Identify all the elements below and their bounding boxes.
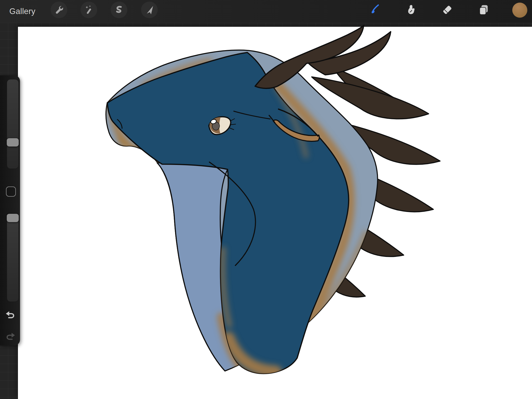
adjustments-button[interactable] [81,2,97,18]
drawing-canvas[interactable] [18,27,532,399]
gallery-button[interactable]: Gallery [9,0,35,23]
modify-button[interactable] [6,187,16,197]
layers-icon [478,4,490,16]
finger-icon [404,4,416,16]
undo-icon [5,309,16,321]
brush-sidebar [0,75,20,345]
opacity-slider[interactable] [7,214,19,302]
actions-button[interactable] [51,2,67,18]
color-swatch[interactable] [512,3,527,18]
magic-wand-icon [84,5,94,15]
layers-button[interactable] [475,2,492,18]
transform-button[interactable] [141,2,158,18]
brush-size-thumb[interactable] [7,138,19,147]
smudge-tool-button[interactable] [402,2,419,18]
top-toolbar: Gallery [0,0,532,23]
opacity-thumb[interactable] [7,214,19,222]
eraser-icon [441,4,453,16]
redo-button[interactable] [4,330,17,343]
selection-button[interactable] [111,2,127,18]
undo-button[interactable] [4,308,17,321]
paint-tool-button[interactable] [366,2,382,18]
selection-s-icon [114,5,124,15]
transform-arrow-icon [144,5,155,15]
brush-size-slider[interactable] [7,79,19,169]
erase-tool-button[interactable] [439,2,456,18]
brush-icon [368,4,380,16]
wrench-icon [54,5,64,15]
redo-icon [5,331,16,342]
